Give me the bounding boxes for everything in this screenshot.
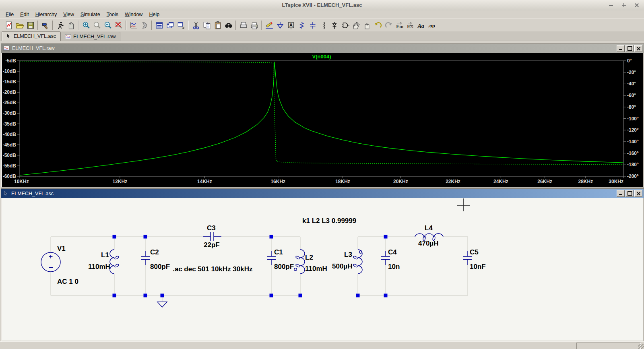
toolbar-separator xyxy=(37,21,38,30)
inductor-icon[interactable] xyxy=(318,20,329,31)
zoom-back-icon[interactable] xyxy=(91,20,102,31)
y-left-tick-label: -15dB xyxy=(3,79,17,85)
wires xyxy=(51,237,468,302)
y-left-tick-label: -35dB xyxy=(3,121,17,127)
mirror-icon[interactable]: Em xyxy=(394,20,405,31)
save-icon[interactable] xyxy=(25,20,36,31)
component-ref-C5: C5 xyxy=(470,248,479,256)
y-left-tick-label: -50dB xyxy=(3,153,17,158)
y-left-tick-label: -10dB xyxy=(3,68,17,74)
svg-text:Aa: Aa xyxy=(417,23,424,29)
menu-hierarchy[interactable]: Hierarchy xyxy=(32,11,60,18)
menu-view[interactable]: View xyxy=(60,11,77,18)
copy-icon[interactable] xyxy=(201,20,212,31)
find-icon[interactable] xyxy=(223,20,234,31)
trace-label[interactable]: V(n004) xyxy=(312,54,331,60)
resistor-icon[interactable] xyxy=(296,20,307,31)
cut-icon[interactable] xyxy=(190,20,201,31)
zoom-in-icon[interactable] xyxy=(80,20,91,31)
schematic-canvas[interactable]: V1 AC 1 0 L1 110mH C2 800pF C3 22pF C1 8… xyxy=(2,198,643,341)
schematic-close-button[interactable] xyxy=(634,190,642,197)
halt-icon[interactable] xyxy=(66,20,76,31)
redo-icon[interactable] xyxy=(383,20,394,31)
schematic-maximize-button[interactable] xyxy=(625,190,634,197)
axis-ticks: -5dB-10dB-15dB-20dB-25dB-30dB-35dB-40dB-… xyxy=(3,58,639,184)
inductor-L2-symbol xyxy=(294,250,305,274)
app-title: LTspice XVII - ELMECH_VFL.asc xyxy=(0,2,644,8)
phase-trace[interactable] xyxy=(20,62,623,164)
plot-close-button[interactable] xyxy=(634,45,642,52)
component-ref-C4: C4 xyxy=(388,248,397,256)
open-icon[interactable] xyxy=(14,20,25,31)
new-schematic-icon[interactable] xyxy=(3,20,14,31)
tile-vertical-icon[interactable] xyxy=(175,20,186,31)
ground-icon[interactable] xyxy=(275,20,285,31)
y-right-tick-label: -100° xyxy=(627,116,639,122)
app-close-button[interactable] xyxy=(634,3,639,8)
y-right-tick-label: -140° xyxy=(627,139,639,145)
capacitor-C3-symbol xyxy=(203,232,221,241)
plot-maximize-button[interactable] xyxy=(625,45,634,52)
x-tick-label: 10KHz xyxy=(14,179,29,184)
x-tick-label: 30KHz xyxy=(609,179,623,184)
ground-symbol xyxy=(157,302,167,307)
tile-horizontal-icon[interactable] xyxy=(154,20,165,31)
menu-simulate[interactable]: Simulate xyxy=(77,11,103,18)
y-right-tick-label: -40° xyxy=(627,81,636,87)
autorange-y-icon[interactable] xyxy=(128,20,139,31)
component-ref-C1: C1 xyxy=(274,248,283,256)
zoom-out-icon[interactable] xyxy=(102,20,113,31)
plot-settings-icon[interactable] xyxy=(139,20,150,31)
app-maximize-button[interactable] xyxy=(621,3,626,8)
waveform-window-titlebar[interactable]: ELMECH_VFL.raw xyxy=(1,44,644,53)
move-icon[interactable] xyxy=(351,20,361,31)
y-left-tick-label: -30dB xyxy=(3,110,17,116)
plot-area[interactable]: V(n004) -5dB-10dB-15dB-20dB-25dB-30dB-35… xyxy=(2,53,643,187)
print-preview-icon[interactable] xyxy=(238,20,249,31)
zoom-full-extents-icon[interactable] xyxy=(113,20,124,31)
menu-bar: FileEditHierarchyViewSimulateToolsWindow… xyxy=(0,10,644,18)
component-value-C5: 10nF xyxy=(470,263,486,271)
tab-elmech-vfl-asc[interactable]: ELMECH_VFL.asc xyxy=(2,31,60,41)
schematic-minimize-button[interactable] xyxy=(617,190,625,197)
tab-label: ELMECH_VFL.raw xyxy=(73,34,116,39)
tab-elmech-vfl-raw[interactable]: ELMECH_VFL.raw xyxy=(60,32,120,41)
diode-icon[interactable] xyxy=(329,20,340,31)
run-icon[interactable] xyxy=(55,20,66,31)
menu-file[interactable]: File xyxy=(2,11,17,18)
drag-icon[interactable] xyxy=(361,20,372,31)
control-panel-icon[interactable] xyxy=(40,20,51,31)
menu-help[interactable]: Help xyxy=(146,11,163,18)
plot-minimize-button[interactable] xyxy=(617,45,625,52)
rotate-icon[interactable]: EE xyxy=(405,20,416,31)
spice-directive-icon[interactable]: .op xyxy=(427,20,438,31)
wire-icon[interactable] xyxy=(264,20,275,31)
app-minimize-button[interactable] xyxy=(609,3,613,8)
x-tick-label: 24KHz xyxy=(493,179,508,184)
y-right-tick-label: -120° xyxy=(627,127,639,133)
print-icon[interactable] xyxy=(249,20,260,31)
component-ref-V1: V1 xyxy=(57,245,66,252)
capacitor-icon[interactable] xyxy=(307,20,318,31)
magnitude-trace[interactable] xyxy=(20,62,623,176)
svg-text:A: A xyxy=(289,23,293,27)
y-right-tick-label: -60° xyxy=(627,93,636,98)
paste-icon[interactable] xyxy=(212,20,223,31)
menu-tools[interactable]: Tools xyxy=(103,11,122,18)
menu-edit[interactable]: Edit xyxy=(17,11,32,18)
app-titlebar: LTspice XVII - ELMECH_VFL.asc xyxy=(0,0,644,11)
x-tick-label: 26KHz xyxy=(537,179,552,184)
text-icon[interactable]: Aa xyxy=(416,20,427,31)
menu-window[interactable]: Window xyxy=(122,11,146,18)
cascade-windows-icon[interactable] xyxy=(165,20,175,31)
waveform-icon xyxy=(3,45,10,51)
spice-directive-k: k1 L2 L3 0.99999 xyxy=(302,217,356,225)
net-label-icon[interactable]: A xyxy=(285,20,296,31)
y-right-tick-label: 0° xyxy=(627,58,632,64)
component-icon[interactable] xyxy=(340,20,351,31)
component-ref-C2: C2 xyxy=(150,248,159,256)
undo-icon[interactable] xyxy=(372,20,383,31)
resize-grip[interactable] xyxy=(638,344,644,349)
y-left-tick-label: -55dB xyxy=(3,163,17,169)
schematic-window-titlebar[interactable]: ELMECH_VFL.asc xyxy=(1,189,644,198)
